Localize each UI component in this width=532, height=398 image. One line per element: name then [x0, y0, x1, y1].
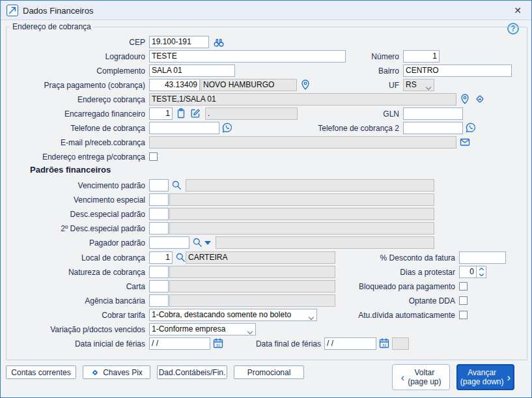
gln-label: GLN [352, 108, 399, 121]
email-cobranca-field [149, 136, 456, 149]
desconto-fatura-input[interactable] [459, 251, 506, 264]
contas-correntes-label: Contas correntes [11, 368, 70, 377]
local-cobranca-label: Local de cobrança [8, 252, 145, 264]
variacao-doctos-select-value: 1-Conforme empresa [152, 324, 225, 334]
agencia-bancaria-desc-field [169, 294, 335, 307]
pagador-padrao-label: Pagador padrão [8, 237, 145, 249]
dialog-dados-financeiros: Dados Financeiros ✕ ? Endereço de cobran… [0, 0, 532, 398]
data-final-ferias-extra-field [392, 337, 409, 350]
cep-input[interactable]: 19.100-191 [149, 36, 209, 48]
telefone-cobranca2-input[interactable] [403, 122, 463, 134]
chevron-left-icon: ‹ [400, 372, 404, 383]
directions-icon[interactable] [474, 93, 486, 105]
data-final-ferias-label: Data final de férias [248, 338, 321, 350]
praca-codigo-input[interactable]: 43.13409 [149, 79, 200, 91]
avancar-label: Avançar [468, 368, 496, 377]
dad-contabeis-button[interactable]: Dad.Contábeis/Fin. [157, 365, 227, 379]
numero-label: Número [352, 51, 399, 63]
vencimento-padrao-desc-field [186, 179, 434, 192]
spinner-up-icon[interactable] [477, 266, 486, 272]
endereco-cobranca-field: TESTE,1/SALA 01 [149, 93, 456, 106]
vencimento-padrao-input[interactable] [149, 179, 169, 192]
complemento-input[interactable]: SALA 01 [149, 64, 235, 77]
chaves-pix-button[interactable]: Chaves Pix [83, 365, 150, 379]
variacao-doctos-select[interactable]: 1-Conforme empresa [149, 323, 256, 335]
logradouro-label: Logradouro [8, 51, 145, 63]
padroes-financeiros-heading: Padrões financeiros [30, 165, 111, 175]
voltar-button[interactable]: ‹ Voltar (page up) [392, 364, 450, 390]
spinner-down-icon[interactable] [477, 272, 486, 278]
desc-especial2-input[interactable] [149, 222, 169, 235]
vencimento-especial-input[interactable] [149, 193, 169, 206]
close-icon[interactable]: ✕ [512, 5, 524, 17]
search-icon[interactable] [191, 236, 203, 248]
uf-select: RS [403, 79, 434, 91]
dropdown-arrow-icon[interactable] [204, 241, 211, 245]
encarregado-label: Encarregado financeiro [8, 108, 145, 121]
dias-protestar-label: Dias a protestar [318, 266, 455, 279]
natureza-cobranca-input[interactable] [149, 266, 169, 278]
binoculars-icon[interactable] [213, 36, 225, 48]
dad-contabeis-label: Dad.Contábeis/Fin. [159, 368, 226, 377]
optante-dda-label: Optante DDA [318, 295, 455, 307]
agencia-bancaria-input[interactable] [149, 294, 169, 307]
telefone-cobranca-input[interactable] [149, 122, 219, 134]
pagador-padrao-desc-field [216, 236, 434, 249]
bloqueado-pagamento-checkbox[interactable] [459, 282, 468, 291]
encarregado-codigo-input[interactable]: 1 [149, 107, 173, 120]
atualiza-divida-checkbox[interactable] [459, 311, 468, 319]
address-group-legend: Endereço de cobrança [10, 22, 94, 31]
pagador-padrao-input[interactable] [149, 236, 189, 249]
dias-protestar-input[interactable]: 0 [459, 266, 477, 278]
cobrar-tarifa-select-value: 1-Cobra, destacando somente no boleto [152, 310, 291, 319]
email-icon[interactable] [459, 136, 471, 148]
desconto-fatura-label: % Desconto da fatura [318, 252, 455, 264]
copy-icon[interactable] [175, 107, 187, 119]
carta-desc-field [169, 280, 335, 292]
map-pin-icon[interactable] [300, 79, 311, 91]
chevron-right-icon: › [507, 372, 511, 383]
variacao-doctos-label: Variação p/doctos vencidos [8, 324, 145, 336]
calendar-icon[interactable]: 31 [378, 337, 390, 349]
desc-especial-label: Desc.especial padrão [8, 208, 145, 221]
calendar-icon[interactable]: 31 [212, 337, 224, 349]
pix-icon [91, 368, 100, 377]
endereco-entrega-checkbox[interactable] [149, 152, 158, 161]
contas-correntes-button[interactable]: Contas correntes [6, 365, 76, 379]
cobrar-tarifa-select[interactable]: 1-Cobra, destacando somente no boleto [149, 309, 317, 321]
promocional-label: Promocional [247, 368, 291, 377]
natureza-cobranca-label: Natureza de cobrança [8, 266, 145, 279]
cep-label: CEP [8, 36, 145, 49]
logradouro-input[interactable]: TESTE [149, 50, 346, 63]
numero-input[interactable]: 1 [403, 50, 440, 63]
search-icon[interactable] [175, 251, 186, 263]
map-pin-icon[interactable] [459, 93, 471, 105]
local-cobranca-input[interactable]: 1 [149, 251, 173, 264]
whatsapp-icon[interactable] [221, 122, 233, 134]
telefone-cobranca-label: Telefone de cobrança [8, 122, 145, 135]
uf-select-value: RS [406, 80, 417, 89]
avancar-button[interactable]: Avançar (page down) › [456, 364, 514, 390]
bairro-input[interactable]: CENTRO [403, 64, 512, 77]
endereco-entrega-label: Endereço entrega p/cobrança [8, 151, 145, 163]
desc-especial-input[interactable] [149, 208, 169, 220]
promocional-button[interactable]: Promocional [234, 365, 304, 379]
search-icon[interactable] [171, 179, 182, 191]
edit-icon[interactable] [189, 107, 201, 119]
data-final-ferias-input[interactable]: / / [324, 337, 376, 350]
whatsapp-icon[interactable] [465, 122, 477, 134]
praca-pagamento-label: Praça pagamento (cobrança) [8, 79, 145, 92]
chevron-down-icon [425, 83, 432, 89]
title-bar: Dados Financeiros ✕ [1, 1, 531, 20]
encarregado-nome-field: . [205, 107, 298, 120]
gln-input[interactable] [403, 107, 463, 120]
chevron-down-icon [308, 313, 315, 319]
vencimento-especial-label: Vencimento especial [8, 194, 145, 206]
email-cobranca-label: E-mail p/receb.cobrança [8, 137, 145, 149]
optante-dda-checkbox[interactable] [459, 296, 468, 305]
chevron-down-icon [247, 328, 253, 333]
desc-especial-desc-field [169, 208, 434, 220]
data-inicial-ferias-input[interactable]: / / [149, 337, 210, 350]
vencimento-padrao-label: Vencimento padrão [8, 180, 145, 192]
carta-input[interactable] [149, 280, 169, 292]
